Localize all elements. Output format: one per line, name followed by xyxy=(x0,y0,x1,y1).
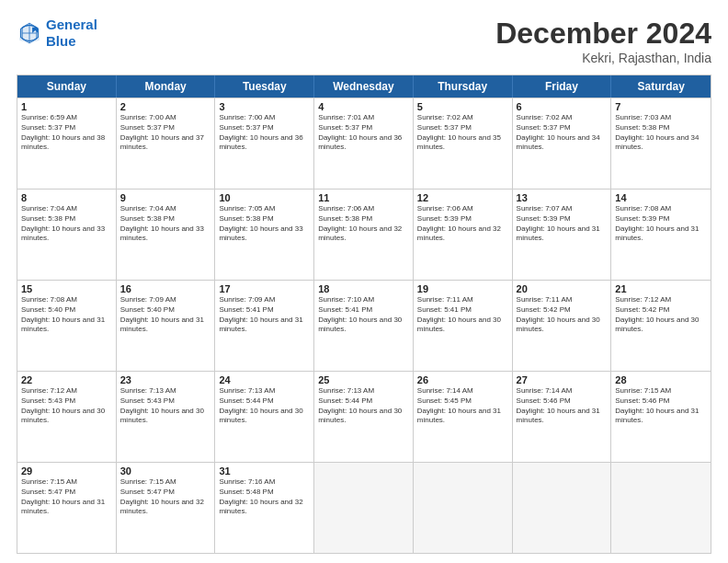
day-cell-7: 7Sunrise: 7:03 AM Sunset: 5:38 PM Daylig… xyxy=(611,98,711,189)
cell-info: Sunrise: 7:12 AM Sunset: 5:43 PM Dayligh… xyxy=(21,386,112,426)
day-number: 19 xyxy=(417,283,508,294)
day-cell-17: 17Sunrise: 7:09 AM Sunset: 5:41 PM Dayli… xyxy=(215,281,314,371)
cell-info: Sunrise: 7:05 AM Sunset: 5:38 PM Dayligh… xyxy=(219,204,310,244)
logo-text: General Blue xyxy=(46,17,97,50)
cell-info: Sunrise: 7:09 AM Sunset: 5:41 PM Dayligh… xyxy=(219,295,310,335)
day-cell-2: 2Sunrise: 7:00 AM Sunset: 5:37 PM Daylig… xyxy=(117,98,216,189)
cell-info: Sunrise: 7:08 AM Sunset: 5:39 PM Dayligh… xyxy=(615,204,707,244)
cell-info: Sunrise: 7:02 AM Sunset: 5:37 PM Dayligh… xyxy=(517,113,608,153)
calendar-header: SundayMondayTuesdayWednesdayThursdayFrid… xyxy=(17,75,711,98)
cell-info: Sunrise: 7:09 AM Sunset: 5:40 PM Dayligh… xyxy=(120,295,211,335)
day-cell-4: 4Sunrise: 7:01 AM Sunset: 5:37 PM Daylig… xyxy=(314,98,414,189)
header-day-wednesday: Wednesday xyxy=(314,75,414,98)
cell-info: Sunrise: 7:04 AM Sunset: 5:38 PM Dayligh… xyxy=(21,204,112,244)
day-number: 23 xyxy=(120,374,211,385)
day-cell-12: 12Sunrise: 7:06 AM Sunset: 5:39 PM Dayli… xyxy=(414,190,513,280)
cell-info: Sunrise: 7:15 AM Sunset: 5:46 PM Dayligh… xyxy=(615,386,707,426)
day-number: 2 xyxy=(120,101,211,112)
cell-info: Sunrise: 7:15 AM Sunset: 5:47 PM Dayligh… xyxy=(120,477,211,517)
calendar-week-1: 1Sunrise: 6:59 AM Sunset: 5:37 PM Daylig… xyxy=(17,98,711,189)
day-number: 4 xyxy=(318,101,409,112)
day-number: 12 xyxy=(417,192,508,203)
day-number: 28 xyxy=(615,374,707,385)
logo-blue: Blue xyxy=(46,33,76,49)
calendar-week-2: 8Sunrise: 7:04 AM Sunset: 5:38 PM Daylig… xyxy=(17,189,711,280)
cell-info: Sunrise: 7:00 AM Sunset: 5:37 PM Dayligh… xyxy=(219,113,310,153)
calendar-body: 1Sunrise: 6:59 AM Sunset: 5:37 PM Daylig… xyxy=(17,98,711,553)
cell-info: Sunrise: 7:02 AM Sunset: 5:37 PM Dayligh… xyxy=(417,113,508,153)
cell-info: Sunrise: 7:04 AM Sunset: 5:38 PM Dayligh… xyxy=(120,204,211,244)
cell-info: Sunrise: 7:12 AM Sunset: 5:42 PM Dayligh… xyxy=(615,295,707,335)
day-cell-26: 26Sunrise: 7:14 AM Sunset: 5:45 PM Dayli… xyxy=(414,372,513,462)
cell-info: Sunrise: 7:16 AM Sunset: 5:48 PM Dayligh… xyxy=(219,477,310,517)
cell-info: Sunrise: 7:06 AM Sunset: 5:38 PM Dayligh… xyxy=(318,204,409,244)
logo-general: General xyxy=(46,17,97,32)
day-number: 27 xyxy=(517,374,608,385)
day-number: 18 xyxy=(318,283,409,294)
day-cell-14: 14Sunrise: 7:08 AM Sunset: 5:39 PM Dayli… xyxy=(611,190,711,280)
day-cell-6: 6Sunrise: 7:02 AM Sunset: 5:37 PM Daylig… xyxy=(513,98,612,189)
day-cell-16: 16Sunrise: 7:09 AM Sunset: 5:40 PM Dayli… xyxy=(117,281,216,371)
day-cell-18: 18Sunrise: 7:10 AM Sunset: 5:41 PM Dayli… xyxy=(314,281,414,371)
title-block: December 2024 Kekri, Rajasthan, India xyxy=(495,17,711,65)
day-number: 6 xyxy=(517,101,608,112)
day-number: 7 xyxy=(615,101,707,112)
day-number: 24 xyxy=(219,374,310,385)
day-number: 5 xyxy=(417,101,508,112)
empty-cell xyxy=(513,463,612,553)
empty-cell xyxy=(611,463,711,553)
day-cell-9: 9Sunrise: 7:04 AM Sunset: 5:38 PM Daylig… xyxy=(117,190,216,280)
empty-cell xyxy=(414,463,513,553)
cell-info: Sunrise: 7:03 AM Sunset: 5:38 PM Dayligh… xyxy=(615,113,707,153)
day-cell-31: 31Sunrise: 7:16 AM Sunset: 5:48 PM Dayli… xyxy=(215,463,314,553)
cell-info: Sunrise: 7:15 AM Sunset: 5:47 PM Dayligh… xyxy=(21,477,112,517)
cell-info: Sunrise: 7:11 AM Sunset: 5:41 PM Dayligh… xyxy=(417,295,508,335)
day-number: 25 xyxy=(318,374,409,385)
day-cell-27: 27Sunrise: 7:14 AM Sunset: 5:46 PM Dayli… xyxy=(513,372,612,462)
day-number: 9 xyxy=(120,192,211,203)
day-cell-19: 19Sunrise: 7:11 AM Sunset: 5:41 PM Dayli… xyxy=(414,281,513,371)
day-cell-22: 22Sunrise: 7:12 AM Sunset: 5:43 PM Dayli… xyxy=(17,372,117,462)
day-cell-3: 3Sunrise: 7:00 AM Sunset: 5:37 PM Daylig… xyxy=(215,98,314,189)
day-cell-29: 29Sunrise: 7:15 AM Sunset: 5:47 PM Dayli… xyxy=(17,463,117,553)
day-cell-5: 5Sunrise: 7:02 AM Sunset: 5:37 PM Daylig… xyxy=(414,98,513,189)
header: General Blue December 2024 Kekri, Rajast… xyxy=(17,17,711,65)
header-day-sunday: Sunday xyxy=(17,75,117,98)
day-cell-15: 15Sunrise: 7:08 AM Sunset: 5:40 PM Dayli… xyxy=(17,281,117,371)
day-number: 26 xyxy=(417,374,508,385)
logo: General Blue xyxy=(17,17,97,50)
day-cell-8: 8Sunrise: 7:04 AM Sunset: 5:38 PM Daylig… xyxy=(17,190,117,280)
cell-info: Sunrise: 7:13 AM Sunset: 5:44 PM Dayligh… xyxy=(219,386,310,426)
cell-info: Sunrise: 6:59 AM Sunset: 5:37 PM Dayligh… xyxy=(21,113,112,153)
cell-info: Sunrise: 7:00 AM Sunset: 5:37 PM Dayligh… xyxy=(120,113,211,153)
day-cell-10: 10Sunrise: 7:05 AM Sunset: 5:38 PM Dayli… xyxy=(215,190,314,280)
header-day-saturday: Saturday xyxy=(611,75,711,98)
day-number: 16 xyxy=(120,283,211,294)
header-day-thursday: Thursday xyxy=(414,75,513,98)
cell-info: Sunrise: 7:14 AM Sunset: 5:45 PM Dayligh… xyxy=(417,386,508,426)
calendar: SundayMondayTuesdayWednesdayThursdayFrid… xyxy=(17,75,711,554)
day-cell-1: 1Sunrise: 6:59 AM Sunset: 5:37 PM Daylig… xyxy=(17,98,117,189)
day-cell-13: 13Sunrise: 7:07 AM Sunset: 5:39 PM Dayli… xyxy=(513,190,612,280)
header-day-friday: Friday xyxy=(513,75,612,98)
day-cell-24: 24Sunrise: 7:13 AM Sunset: 5:44 PM Dayli… xyxy=(215,372,314,462)
calendar-week-4: 22Sunrise: 7:12 AM Sunset: 5:43 PM Dayli… xyxy=(17,371,711,462)
header-day-tuesday: Tuesday xyxy=(215,75,314,98)
day-number: 13 xyxy=(517,192,608,203)
day-number: 22 xyxy=(21,374,112,385)
day-cell-23: 23Sunrise: 7:13 AM Sunset: 5:43 PM Dayli… xyxy=(117,372,216,462)
day-number: 30 xyxy=(120,465,211,477)
cell-info: Sunrise: 7:06 AM Sunset: 5:39 PM Dayligh… xyxy=(417,204,508,244)
page: General Blue December 2024 Kekri, Rajast… xyxy=(0,0,728,563)
day-cell-20: 20Sunrise: 7:11 AM Sunset: 5:42 PM Dayli… xyxy=(513,281,612,371)
day-cell-25: 25Sunrise: 7:13 AM Sunset: 5:44 PM Dayli… xyxy=(314,372,414,462)
day-number: 8 xyxy=(21,192,112,203)
day-number: 11 xyxy=(318,192,409,203)
cell-info: Sunrise: 7:13 AM Sunset: 5:43 PM Dayligh… xyxy=(120,386,211,426)
calendar-title: December 2024 xyxy=(495,17,711,51)
day-number: 21 xyxy=(615,283,707,294)
cell-info: Sunrise: 7:11 AM Sunset: 5:42 PM Dayligh… xyxy=(517,295,608,335)
day-cell-21: 21Sunrise: 7:12 AM Sunset: 5:42 PM Dayli… xyxy=(611,281,711,371)
day-number: 29 xyxy=(21,465,112,477)
day-number: 14 xyxy=(615,192,707,203)
